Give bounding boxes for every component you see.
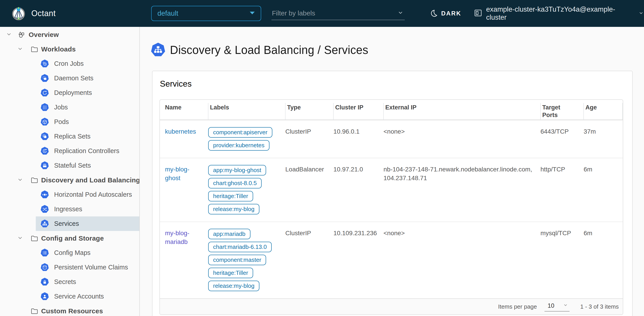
type-cell: LoadBalancer <box>285 165 334 214</box>
sidebar-item-stateful-sets[interactable]: Stateful Sets <box>0 158 139 173</box>
table-row: my-blog-mariadb app:mariadb chart:mariad… <box>160 222 623 298</box>
sidebar-item-discovery-and-load-balancing[interactable]: Discovery and Load Balancing <box>0 173 139 187</box>
cluster-ip-cell: 10.97.21.0 <box>334 165 384 214</box>
caret-down-icon <box>250 12 255 16</box>
type-cell: ClusterIP <box>285 229 334 291</box>
type-cell: ClusterIP <box>285 127 334 151</box>
label-chip[interactable]: component:master <box>208 255 266 265</box>
sidebar-item-label: Custom Resources <box>41 307 103 315</box>
column-header-age: Age <box>584 100 623 120</box>
services-table: Name Labels Type Cluster IP External IP … <box>160 99 623 315</box>
external-ip-cell: <none> <box>384 127 540 151</box>
sidebar-item-persistent-volume-claims[interactable]: Persistent Volume Claims <box>0 260 139 275</box>
namespace-value: default <box>158 10 178 18</box>
external-ip-cell: <none> <box>384 229 540 291</box>
folder-icon <box>30 176 38 184</box>
label-chip[interactable]: component:apiserver <box>208 127 272 138</box>
dark-mode-toggle[interactable]: DARK <box>430 0 461 27</box>
sidebar-item-label: Stateful Sets <box>54 162 91 169</box>
sidebar-item-jobs[interactable]: Jobs <box>0 100 139 115</box>
horizontal-pod-autoscalers-icon <box>40 190 49 199</box>
app-title: Octant <box>31 0 56 27</box>
sidebar-item-pods[interactable]: Pods <box>0 115 139 129</box>
sidebar-item-label: Services <box>54 220 79 227</box>
sidebar-item-config-maps[interactable]: Config Maps <box>0 245 139 260</box>
items-per-page-label: Items per page <box>498 303 537 310</box>
context-selector[interactable]: example-cluster-ka3TuTzYo4a@example-clus… <box>474 0 644 27</box>
sidebar-item-deployments[interactable]: Deployments <box>0 86 139 100</box>
items-per-page-value: 10 <box>548 302 554 309</box>
sidebar-item-label: Daemon Sets <box>54 75 94 82</box>
sidebar-item-overview[interactable]: Overview <box>0 27 139 42</box>
services-card: Services Name Labels Type Cluster IP Ext… <box>152 71 632 316</box>
chevron-down-icon[interactable] <box>6 31 12 38</box>
objects-icon <box>17 31 26 39</box>
target-ports-cell: 6443/TCP <box>540 127 584 151</box>
service-accounts-icon <box>40 292 49 301</box>
sidebar-item-workloads[interactable]: Workloads <box>0 42 139 56</box>
service-link[interactable]: my-blog-mariadb <box>165 230 190 245</box>
sidebar-item-label: Jobs <box>54 104 68 111</box>
cron-jobs-icon <box>40 59 49 68</box>
sidebar-item-custom-resources[interactable]: Custom Resources <box>0 304 139 316</box>
label-chip[interactable]: chart:mariadb-6.13.0 <box>208 242 272 252</box>
service-link[interactable]: kubernetes <box>165 128 196 135</box>
label-chip[interactable]: app:my-blog-ghost <box>208 165 266 175</box>
daemon-sets-icon <box>40 74 49 83</box>
sidebar-item-label: Persistent Volume Claims <box>54 264 128 271</box>
chevron-down-icon[interactable] <box>17 46 23 53</box>
sidebar-item-secrets[interactable]: Secrets <box>0 275 139 289</box>
label-chip[interactable]: heritage:Tiller <box>208 268 253 278</box>
replica-sets-icon <box>40 132 49 141</box>
table-row: my-blog-ghost app:my-blog-ghost chart:gh… <box>160 158 623 222</box>
ingresses-icon <box>40 205 49 214</box>
sidebar-item-label: Replication Controllers <box>54 147 120 155</box>
pods-icon <box>40 118 49 126</box>
column-header-labels: Labels <box>208 100 285 120</box>
config-maps-icon <box>40 248 49 257</box>
sidebar-item-ingresses[interactable]: Ingresses <box>0 202 139 216</box>
column-header-external-ip: External IP <box>384 100 540 120</box>
namespace-selector[interactable]: default <box>151 6 261 21</box>
label-filter-placeholder: Filter by labels <box>272 10 315 17</box>
cluster-ip-cell: 10.109.231.236 <box>334 229 384 291</box>
label-filter-input[interactable]: Filter by labels <box>272 7 405 20</box>
sidebar-item-replication-controllers[interactable]: Replication Controllers <box>0 144 139 158</box>
dark-mode-label: DARK <box>441 10 461 17</box>
chevron-down-icon[interactable] <box>17 235 23 242</box>
jobs-icon <box>40 103 49 112</box>
label-chip[interactable]: chart:ghost-8.0.5 <box>208 178 262 188</box>
sidebar-item-service-accounts[interactable]: Service Accounts <box>0 289 139 304</box>
sidebar-item-horizontal-pod-autoscalers[interactable]: Horizontal Pod Autoscalers <box>0 187 139 202</box>
sidebar-item-label: Config and Storage <box>41 234 104 242</box>
label-chip[interactable]: provider:kubernetes <box>208 140 270 151</box>
services-icon <box>40 219 49 228</box>
card-title: Services <box>160 79 623 89</box>
octant-logo-icon <box>11 6 26 21</box>
label-chip[interactable]: release:my-blog <box>208 204 260 214</box>
column-header-target-ports: Target Ports <box>540 100 584 120</box>
service-link[interactable]: my-blog-ghost <box>165 166 190 181</box>
pagination-range: 1 - 3 of 3 items <box>580 303 619 310</box>
folder-icon <box>30 45 38 53</box>
sidebar-item-label: Config Maps <box>54 249 90 256</box>
sidebar-item-label: Pods <box>54 118 69 126</box>
sidebar-item-daemon-sets[interactable]: Daemon Sets <box>0 71 139 86</box>
chevron-down-icon[interactable] <box>17 177 23 184</box>
persistent-volume-claims-icon <box>40 263 49 272</box>
items-per-page-select[interactable]: 10 <box>544 302 570 311</box>
page-title-row: Discovery & Load Balancing / Services <box>150 42 632 58</box>
table-header: Name Labels Type Cluster IP External IP … <box>160 100 623 120</box>
sidebar-item-cron-jobs[interactable]: Cron Jobs <box>0 56 139 71</box>
column-header-cluster-ip: Cluster IP <box>334 100 384 120</box>
column-header-type: Type <box>285 100 334 120</box>
folder-icon <box>30 307 38 315</box>
sidebar-item-replica-sets[interactable]: Replica Sets <box>0 129 139 144</box>
label-chip[interactable]: app:mariadb <box>208 229 250 239</box>
sidebar-item-config-and-storage[interactable]: Config and Storage <box>0 231 139 245</box>
label-chip[interactable]: heritage:Tiller <box>208 191 253 201</box>
chevron-down-icon <box>638 10 644 17</box>
age-cell: 6m <box>584 165 623 214</box>
label-chip[interactable]: release:my-blog <box>208 281 260 291</box>
sidebar-item-services[interactable]: Services <box>0 216 139 231</box>
